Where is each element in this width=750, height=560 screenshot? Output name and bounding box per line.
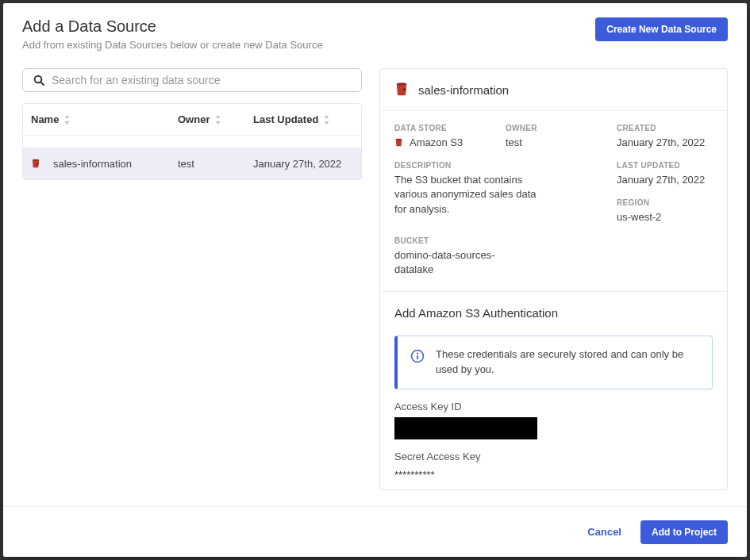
search-box[interactable] [22,68,362,92]
field-value: The S3 bucket that contains various anon… [394,173,545,217]
field-created: CREATED January 27th, 2022 [617,124,728,150]
field-data-store: DATA STORE Amazon S3 [394,124,506,150]
modal-body: Name Owner Last Updated [3,62,747,506]
modal-title: Add a Data Source [22,17,323,36]
table-row[interactable]: sales-information test January 27th, 202… [23,148,361,179]
row-name-cell: sales-information [31,158,178,170]
svg-point-5 [403,88,406,91]
field-value: us-west-2 [617,210,728,224]
svg-point-4 [397,82,407,85]
info-callout: These credentials are securely stored an… [394,336,713,389]
access-key-value-redacted [394,417,537,439]
field-owner: OWNER test [506,124,617,150]
auth-section: Add Amazon S3 Authentication These crede… [380,292,727,490]
column-name-label: Name [31,113,59,125]
svg-line-1 [40,82,44,85]
detail-header: sales-information [380,69,727,111]
field-label: BUCKET [394,236,506,245]
field-region: REGION us-west-2 [617,198,728,224]
field-label: DESCRIPTION [394,161,506,170]
field-value: test [506,136,617,150]
add-to-project-button[interactable]: Add to Project [640,520,728,544]
field-bucket: BUCKET domino-data-sources-datalake [394,236,506,277]
search-input[interactable] [52,74,352,86]
secret-key-label: Secret Access Key [394,451,713,462]
row-name: sales-information [53,158,132,170]
add-data-source-modal: Add a Data Source Add from existing Data… [3,3,747,557]
svg-point-2 [33,159,39,161]
sort-icon [214,115,221,125]
row-owner: test [178,158,253,170]
field-last-updated: LAST UPDATED January 27th, 2022 [617,161,728,187]
row-updated: January 27th, 2022 [253,158,353,170]
detail-name: sales-information [418,83,509,97]
info-text: These credentials are securely stored an… [436,347,699,378]
svg-point-6 [396,139,402,140]
auth-title: Add Amazon S3 Authentication [394,306,713,320]
field-label: REGION [617,198,728,207]
table-spacer [23,136,361,148]
data-source-table: Name Owner Last Updated [22,103,362,180]
info-icon [410,349,425,363]
s3-icon [31,159,40,169]
column-updated-label: Last Updated [253,113,318,125]
svg-point-3 [37,163,38,164]
modal-header: Add a Data Source Add from existing Data… [3,3,747,62]
column-owner-label: Owner [178,113,210,125]
search-icon [33,74,45,86]
data-store-value: Amazon S3 [410,136,463,150]
column-name[interactable]: Name [31,113,178,125]
column-last-updated[interactable]: Last Updated [253,113,353,125]
access-key-label: Access Key ID [394,401,713,412]
field-value: domino-data-sources-datalake [394,248,498,277]
detail-metadata: DATA STORE Amazon S3 OWNER test CREATED … [380,111,727,292]
secret-key-field: Secret Access Key ********** [394,451,713,481]
field-label: LAST UPDATED [617,161,728,170]
modal-footer: Cancel Add to Project [3,506,747,557]
s3-icon [394,138,403,148]
secret-key-value: ********** [394,467,713,481]
field-label: DATA STORE [394,124,506,132]
field-label: OWNER [506,124,617,132]
source-list-panel: Name Owner Last Updated [22,68,362,490]
access-key-field: Access Key ID [394,401,713,439]
cancel-button[interactable]: Cancel [578,520,631,544]
create-new-data-source-button[interactable]: Create New Data Source [595,17,728,41]
field-value: January 27th, 2022 [617,136,728,150]
field-value: Amazon S3 [394,136,506,150]
s3-icon [394,82,409,98]
sort-icon [63,115,71,125]
modal-header-text: Add a Data Source Add from existing Data… [22,17,323,51]
modal-subtitle: Add from existing Data Sources below or … [22,39,323,51]
column-owner[interactable]: Owner [178,113,253,125]
detail-panel: sales-information DATA STORE Amazon S3 O… [379,68,728,490]
sort-icon [323,115,330,125]
field-description: DESCRIPTION The S3 bucket that contains … [394,161,506,224]
svg-point-8 [417,353,418,355]
table-header: Name Owner Last Updated [23,104,361,136]
svg-rect-9 [417,355,418,359]
field-label: CREATED [617,124,728,132]
field-value: January 27th, 2022 [617,173,728,187]
